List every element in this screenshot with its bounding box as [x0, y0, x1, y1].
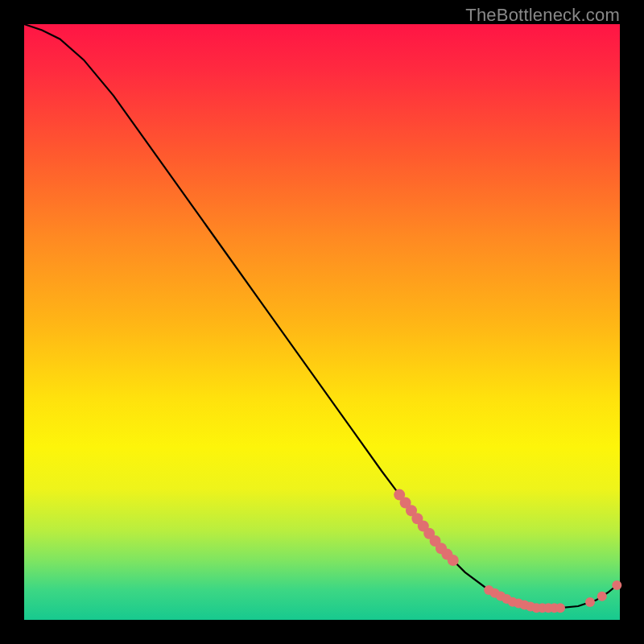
bottleneck-curve	[24, 24, 620, 608]
chart-frame: TheBottleneck.com	[0, 0, 644, 644]
data-point	[585, 597, 595, 607]
data-point	[448, 555, 459, 566]
data-point	[555, 603, 565, 613]
data-point	[612, 580, 621, 590]
attribution-label: TheBottleneck.com	[465, 5, 620, 26]
data-point	[597, 592, 607, 601]
plot-area	[24, 24, 620, 620]
data-markers	[394, 489, 621, 613]
chart-svg	[24, 24, 620, 620]
